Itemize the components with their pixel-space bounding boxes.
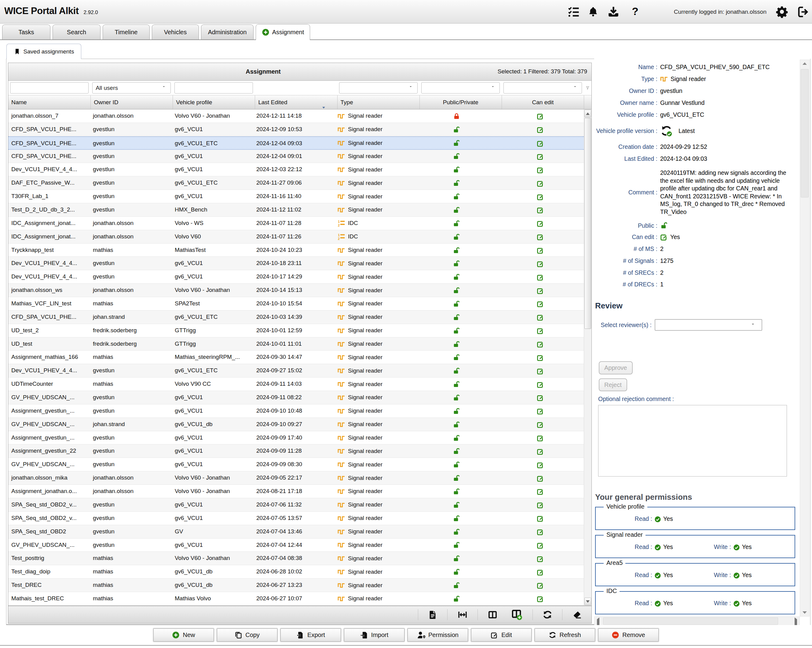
cell-owner[interactable]: johan.strand bbox=[90, 310, 172, 324]
cell-type[interactable]: IDC bbox=[334, 230, 416, 243]
cell-name[interactable]: jonathan.olsson_mika bbox=[8, 471, 90, 484]
edit-icon[interactable] bbox=[537, 431, 544, 444]
cell-name[interactable]: CFD_SPA_VCU1_PHE... bbox=[8, 150, 90, 163]
edit-icon[interactable] bbox=[537, 310, 544, 323]
cell-vehicle[interactable]: GTTrigg bbox=[172, 338, 253, 351]
edit-icon[interactable] bbox=[537, 177, 544, 190]
cell-owner[interactable]: gvestlun bbox=[90, 163, 172, 176]
filter-public-select[interactable] bbox=[421, 82, 500, 93]
cell-last-edited[interactable]: 2024-12-04 09:03 bbox=[253, 137, 334, 149]
cell-name[interactable]: Assignment_gvestlun_... bbox=[8, 404, 90, 417]
cell-type[interactable]: Signal reader bbox=[334, 485, 416, 498]
cell-last-edited[interactable]: 2024-07-06 11:32 bbox=[253, 498, 334, 511]
cell-name[interactable]: Test_diag_doip bbox=[8, 565, 90, 578]
cell-owner[interactable]: mathias bbox=[90, 552, 172, 565]
cell-name[interactable]: jonathan.olsson_ws bbox=[8, 284, 90, 297]
edit-icon[interactable] bbox=[537, 391, 544, 404]
cell-type[interactable]: Signal reader bbox=[334, 391, 416, 404]
filter-canedit-select[interactable] bbox=[504, 82, 582, 93]
cell-type[interactable]: Signal reader bbox=[334, 123, 416, 136]
cell-public[interactable] bbox=[416, 257, 497, 270]
cell-can-edit[interactable] bbox=[497, 257, 584, 270]
scroll-down-arrow[interactable] bbox=[800, 611, 809, 614]
cell-owner[interactable]: jonathan.olsson bbox=[90, 485, 172, 498]
col-header-vehicle[interactable]: Vehicle profile bbox=[172, 95, 255, 109]
cell-name[interactable]: Test_posttrig bbox=[8, 552, 90, 565]
cell-last-edited[interactable]: 2024-09-11 14:03 bbox=[253, 377, 334, 391]
cell-can-edit[interactable] bbox=[497, 579, 584, 592]
cell-name[interactable]: Dev_VCU1_PHEV_4_4... bbox=[8, 270, 90, 283]
copy-button[interactable]: Copy bbox=[217, 628, 278, 642]
cell-last-edited[interactable]: 2024-11-07 11:28 bbox=[253, 217, 334, 230]
cell-owner[interactable]: gvestlun bbox=[90, 150, 172, 163]
table-row[interactable]: Assignment_mathias_166 mathias Mathias_s… bbox=[8, 351, 584, 364]
cell-type[interactable]: Signal reader bbox=[334, 498, 416, 511]
cell-last-edited[interactable]: 2024-12-09 10:53 bbox=[253, 123, 334, 136]
cell-public[interactable] bbox=[416, 230, 497, 243]
edit-icon[interactable] bbox=[537, 364, 544, 377]
cell-type[interactable]: Signal reader bbox=[334, 404, 416, 417]
cell-vehicle[interactable]: gv6_VCU1 bbox=[172, 445, 253, 458]
edit-icon[interactable] bbox=[537, 539, 544, 552]
cell-owner[interactable]: gvestlun bbox=[90, 123, 172, 136]
cell-public[interactable] bbox=[416, 297, 497, 310]
cell-type[interactable]: Signal reader bbox=[334, 512, 416, 525]
table-row[interactable]: Dev_VCU1_PHEV_4_4... gvestlun gv6_VCU1_E… bbox=[8, 364, 584, 377]
edit-icon[interactable] bbox=[537, 579, 544, 592]
cell-owner[interactable]: gvestlun bbox=[90, 525, 172, 538]
cell-owner[interactable]: jonathan.olsson bbox=[90, 230, 172, 243]
bell-icon[interactable] bbox=[588, 6, 599, 17]
cell-name[interactable]: IDC_Assignment_jonat... bbox=[8, 217, 90, 230]
cell-type[interactable]: Signal reader bbox=[334, 364, 416, 377]
table-row[interactable]: CFD_SPA_VCU1_PHE... gvestlun gv6_VCU1_ET… bbox=[8, 136, 584, 150]
cell-public[interactable] bbox=[416, 525, 497, 538]
filter-owner-select[interactable]: All users bbox=[92, 82, 171, 93]
edit-icon[interactable] bbox=[537, 163, 544, 176]
edit-icon[interactable] bbox=[537, 445, 544, 458]
cell-name[interactable]: CFD_SPA_VCU1_PHE... bbox=[8, 310, 90, 324]
table-row[interactable]: DAF_ETC_Passive_W... gvestlun gv6_VCU1_E… bbox=[8, 176, 584, 190]
resize-columns-icon[interactable] bbox=[457, 610, 468, 619]
cell-type[interactable]: Signal reader bbox=[334, 351, 416, 364]
cell-public[interactable] bbox=[416, 552, 497, 565]
cell-vehicle[interactable]: gv6_VCU1 bbox=[172, 163, 253, 176]
cell-last-edited[interactable]: 2024-07-05 13:57 bbox=[253, 512, 334, 525]
edit-icon[interactable] bbox=[537, 244, 544, 257]
table-row[interactable]: Assignment_jonathan.o... jonathan.olsson… bbox=[8, 485, 584, 498]
cell-type[interactable]: Signal reader bbox=[334, 552, 416, 565]
cell-vehicle[interactable]: GTTrigg bbox=[172, 324, 253, 337]
cell-vehicle[interactable]: gv6_VCU1 bbox=[172, 257, 253, 270]
cell-public[interactable] bbox=[416, 109, 497, 122]
cell-type[interactable]: Signal reader bbox=[334, 244, 416, 257]
cell-vehicle[interactable]: gv6_VCU1 bbox=[172, 391, 253, 404]
cell-can-edit[interactable] bbox=[497, 351, 584, 364]
edit-icon[interactable] bbox=[537, 498, 544, 511]
cell-public[interactable] bbox=[416, 458, 497, 471]
table-row[interactable]: CFD_SPA_VCU1_PHE... gvestlun gv6_VCU1 20… bbox=[8, 123, 584, 136]
cell-public[interactable] bbox=[416, 163, 497, 176]
cell-owner[interactable]: mathias bbox=[90, 377, 172, 391]
cell-can-edit[interactable] bbox=[497, 217, 584, 230]
cell-last-edited[interactable]: 2024-10-03 14:39 bbox=[253, 310, 334, 324]
cell-type[interactable]: Signal reader bbox=[334, 471, 416, 484]
cell-name[interactable]: GV_PHEV_UDSCAN_... bbox=[8, 458, 90, 471]
cell-last-edited[interactable]: 2024-09-30 14:47 bbox=[253, 351, 334, 364]
cell-type[interactable]: Signal reader bbox=[334, 310, 416, 324]
cell-owner[interactable]: mathias bbox=[90, 297, 172, 310]
cell-type[interactable]: Signal reader bbox=[334, 190, 416, 203]
tab-tasks[interactable]: Tasks bbox=[2, 24, 50, 40]
cell-last-edited[interactable]: 2024-12-03 22:12 bbox=[253, 163, 334, 176]
cell-name[interactable]: Test_D_2_UD_db_3_2... bbox=[8, 203, 90, 216]
col-header-canedit[interactable]: Can edit bbox=[502, 95, 584, 109]
cell-name[interactable]: Assignment_gvestlun_... bbox=[8, 431, 90, 445]
cell-vehicle[interactable]: gv6_VCU1_ETC bbox=[172, 137, 253, 149]
cell-can-edit[interactable] bbox=[497, 244, 584, 257]
cell-name[interactable]: GV_PHEV_UDSCAN_... bbox=[8, 539, 90, 552]
edit-icon[interactable] bbox=[537, 137, 544, 149]
cell-type[interactable]: Signal reader bbox=[334, 324, 416, 337]
cell-name[interactable]: GV_PHEV_UDSCAN_... bbox=[8, 391, 90, 404]
cell-can-edit[interactable] bbox=[497, 512, 584, 525]
refresh-button[interactable]: Refresh bbox=[534, 628, 595, 642]
edit-icon[interactable] bbox=[537, 257, 544, 270]
new-button[interactable]: New bbox=[153, 628, 214, 642]
